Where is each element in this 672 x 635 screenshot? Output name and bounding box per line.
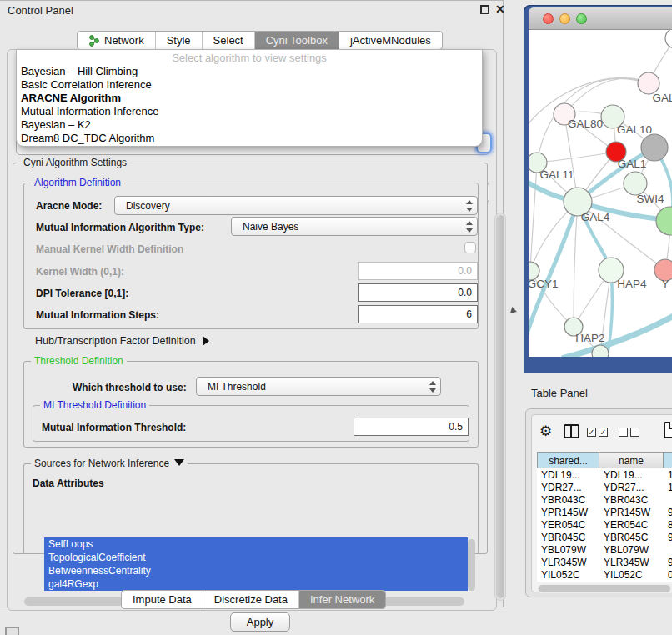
network-node-label: GAL80: [568, 118, 603, 130]
tab-impute-data[interactable]: Impute Data: [122, 591, 203, 608]
mi-threshold-field[interactable]: 0.5: [354, 418, 469, 436]
cyni-algorithm-settings-title: Cyni Algorithm Settings: [20, 157, 130, 168]
aracne-mode-select[interactable]: Discovery: [114, 196, 478, 215]
manual-kernel-label: Manual Kernel Width Definition: [36, 243, 183, 255]
network-node[interactable]: [624, 172, 647, 195]
network-node[interactable]: [656, 207, 672, 235]
scrollbar-thumb[interactable]: [539, 585, 670, 592]
mi-steps-field[interactable]: 6: [358, 305, 478, 323]
table-row[interactable]: YDL19...YDL19...13: [537, 468, 672, 481]
which-threshold-select[interactable]: MI Threshold: [196, 377, 441, 396]
network-view-window: GALGAL80GAL10GAL1GAL11SWI4GAL4GCY1HAP4YH…: [524, 5, 672, 373]
table-cell: YDR27...: [537, 481, 599, 493]
mi-type-select[interactable]: Naive Bayes: [231, 217, 478, 236]
tab-infer-network[interactable]: Infer Network: [299, 591, 385, 608]
table-panel-inner: ⚙ ✓ ✓ shared...nameA YDL19...YDL19...13Y…: [531, 414, 672, 592]
data-attributes-label: Data Attributes: [33, 478, 104, 489]
algorithm-dropdown-list: Bayesian – Hill ClimbingBasic Correlatio…: [17, 65, 482, 145]
algorithm-option[interactable]: Bayesian – K2: [17, 118, 482, 132]
network-node[interactable]: [592, 345, 609, 357]
sources-title[interactable]: Sources for Network Inference: [31, 458, 188, 469]
deselect-checkbox-icon[interactable]: [619, 428, 628, 437]
table-column-header[interactable]: name: [599, 452, 664, 468]
table-panel-title: Table Panel: [531, 387, 588, 399]
table-cell: YIL052C: [537, 568, 599, 581]
algorithm-option[interactable]: ARACNE Algorithm: [17, 92, 482, 105]
settings-vertical-scrollbar[interactable]: [494, 212, 506, 601]
table-column-header[interactable]: A: [664, 452, 672, 468]
apply-button[interactable]: Apply: [230, 612, 290, 632]
network-node-label: GAL: [652, 92, 672, 104]
mac-minimize-icon[interactable]: [559, 13, 570, 24]
table-row[interactable]: YDR27...YDR27...12: [537, 481, 672, 493]
table-cell: YBL079W: [537, 543, 599, 556]
select-all-checkbox-icon[interactable]: ✓: [599, 428, 608, 437]
algorithm-option[interactable]: Dream8 DC_TDC Algorithm: [17, 132, 482, 145]
tab-jactivemnodules[interactable]: jActiveMNodules: [339, 32, 442, 49]
table-row[interactable]: YIL052CYIL052C0.: [537, 568, 672, 581]
table-cell: 13: [664, 468, 672, 481]
tab-style[interactable]: Style: [156, 32, 203, 49]
algorithm-option[interactable]: Bayesian – Hill Climbing: [17, 65, 482, 78]
table-row[interactable]: YBL079WYBL079W: [537, 543, 672, 556]
tab-network[interactable]: Network: [78, 32, 156, 49]
network-window-titlebar[interactable]: [529, 8, 672, 30]
table-row[interactable]: YLR345WYLR345W9.: [537, 556, 672, 568]
data-attribute-item[interactable]: BetweennessCentrality: [44, 564, 468, 578]
scrollbar-thumb[interactable]: [496, 215, 504, 598]
network-node-label: Y: [661, 278, 669, 290]
mac-close-icon[interactable]: [543, 13, 554, 24]
which-threshold-label: Which threshold to use:: [73, 382, 187, 393]
table-cell: YBL079W: [599, 543, 664, 556]
aracne-mode-label: Aracne Mode:: [36, 200, 102, 212]
control-panel-title: Control Panel: [8, 4, 73, 17]
algorithm-option[interactable]: Mutual Information Inference: [17, 105, 482, 118]
tab-discretize-data[interactable]: Discretize Data: [203, 591, 299, 608]
tab-select[interactable]: Select: [203, 32, 255, 49]
table-row[interactable]: YBR043CYBR043C: [537, 493, 672, 506]
data-attribute-item[interactable]: SelfLoops: [44, 538, 468, 551]
mac-zoom-icon[interactable]: [576, 13, 587, 24]
table-row[interactable]: YBR045CYBR045C9.: [537, 531, 672, 543]
network-node-label: GCY1: [529, 278, 558, 290]
table-cell: 0.: [664, 568, 672, 581]
algorithm-dropdown-popup: Select algorithm to view settings Bayesi…: [16, 49, 483, 147]
data-attribute-item[interactable]: TopologicalCoefficient: [44, 551, 468, 564]
data-attribute-item[interactable]: gal4RGexp: [44, 578, 468, 591]
expander-arrow-icon: [203, 336, 209, 346]
float-window-icon[interactable]: [480, 5, 489, 14]
control-panel-tabs: Network Style Select Cyni Toolbox jActiv…: [77, 31, 443, 50]
manual-kernel-checkbox[interactable]: [464, 242, 476, 253]
select-all-checkbox-icon[interactable]: ✓: [587, 428, 596, 437]
network-node[interactable]: [665, 30, 672, 48]
table-horizontal-scrollbar[interactable]: [537, 584, 672, 593]
network-node-label: HAP2: [575, 332, 604, 344]
close-icon[interactable]: ✕: [495, 2, 505, 16]
columns-icon[interactable]: [564, 424, 579, 438]
table-row[interactable]: YER054CYER054C8.: [537, 518, 672, 531]
algorithm-option[interactable]: Basic Correlation Inference: [17, 78, 482, 92]
control-panel-titlebar: Control Panel ✕: [0, 1, 503, 21]
table-cell: [664, 493, 672, 506]
table-cell: YBR043C: [599, 493, 664, 506]
table-cell: 12: [664, 481, 672, 493]
stepper-icon: [465, 200, 472, 212]
network-node-label: HAP4: [617, 278, 647, 290]
tab-cyni-toolbox[interactable]: Cyni Toolbox: [255, 32, 339, 49]
stepper-icon: [429, 381, 435, 392]
kernel-width-field[interactable]: 0.0: [358, 262, 478, 280]
export-table-icon[interactable]: [664, 422, 672, 438]
network-canvas[interactable]: GALGAL80GAL10GAL1GAL11SWI4GAL4GCY1HAP4YH…: [529, 30, 672, 357]
attributes-scrollbar[interactable]: [468, 539, 475, 591]
hub-definition-expander[interactable]: Hub/Transcription Factor Definition: [35, 335, 209, 347]
data-attributes-list[interactable]: SelfLoopsTopologicalCoefficientBetweenne…: [44, 538, 468, 594]
network-graph: GALGAL80GAL10GAL1GAL11SWI4GAL4GCY1HAP4YH…: [529, 30, 672, 357]
table-row[interactable]: YPR145WYPR145W9.: [537, 506, 672, 518]
mi-type-label: Mutual Information Algorithm Type:: [36, 222, 204, 233]
table-cell: 8.: [664, 518, 672, 531]
deselect-checkbox-icon[interactable]: [630, 428, 639, 437]
gear-icon[interactable]: ⚙: [539, 422, 552, 440]
table-cell: YDL19...: [537, 468, 599, 481]
dpi-tolerance-field[interactable]: 0.0: [358, 283, 478, 302]
table-column-header[interactable]: shared...: [537, 452, 599, 468]
